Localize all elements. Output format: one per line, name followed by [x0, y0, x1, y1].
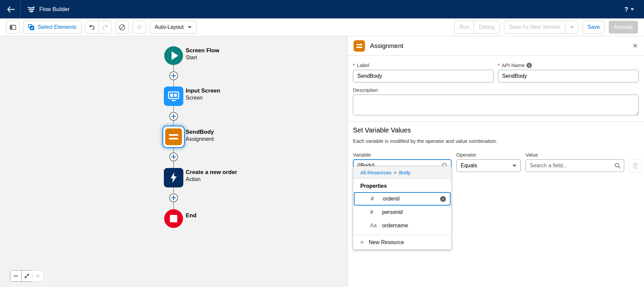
back-arrow-icon [7, 6, 15, 12]
section-heading: Set Variable Values [353, 126, 639, 134]
node-start-label: Screen Flow Start [186, 47, 219, 61]
info-icon[interactable] [526, 63, 532, 68]
gear-icon [136, 24, 143, 31]
search-icon [614, 163, 620, 169]
chevron-down-icon [570, 26, 574, 28]
node-create-order[interactable] [164, 168, 183, 187]
list-item-orderid[interactable]: # orderid [354, 192, 451, 206]
panel-header: Assignment ✕ [348, 36, 644, 56]
navbar-divider [20, 0, 20, 18]
list-item-personid[interactable]: # personid [353, 206, 451, 219]
add-element-button[interactable] [169, 193, 178, 202]
list-item-label: ordername [382, 223, 408, 229]
toggle-toolbox-button[interactable] [6, 21, 19, 34]
node-end-label: End [186, 212, 196, 219]
plus-icon [171, 155, 176, 159]
zoom-controls [10, 270, 44, 282]
flow-builder-logo-icon [27, 5, 35, 13]
assignment-icon [354, 40, 365, 52]
disable-element-button[interactable] [116, 21, 129, 34]
number-type-icon: # [371, 195, 374, 202]
add-element-button[interactable] [169, 153, 178, 161]
plus-icon [171, 114, 176, 119]
flow-canvas[interactable]: Screen Flow Start Input Screen Screen [0, 36, 347, 287]
back-button[interactable] [4, 0, 17, 18]
label-field[interactable] [353, 70, 494, 82]
value-field-label: Value [525, 152, 624, 158]
plus-icon [171, 73, 176, 78]
section-help-text: Each variable is modified by the operato… [353, 138, 639, 144]
add-element-button[interactable] [169, 71, 178, 80]
breadcrumb-body[interactable]: Body [399, 170, 410, 175]
operator-field-label: Operator [456, 152, 521, 158]
chevron-down-icon [512, 165, 516, 167]
assignment-panel: Assignment ✕ *Label *API Name [347, 36, 644, 287]
dropdown-section-title: Properties [353, 179, 451, 192]
node-end[interactable] [164, 209, 183, 228]
stop-icon [170, 215, 177, 222]
node-sendbody-selected[interactable] [163, 126, 185, 148]
node-create-order-label: Create a new order Action [186, 169, 237, 183]
layout-select-label: Auto-Layout [155, 24, 184, 30]
screen-icon [168, 91, 180, 102]
select-elements-button[interactable]: Select Elements [23, 21, 82, 34]
info-icon[interactable] [440, 196, 446, 202]
save-as-new-version-button[interactable]: Save As New Version [504, 21, 565, 34]
section-divider [348, 121, 644, 122]
chevron-down-icon [188, 26, 192, 28]
operator-select[interactable]: Equals [456, 159, 521, 172]
redo-icon [102, 24, 108, 30]
node-sendbody-label: SendBody Assignment [186, 128, 214, 142]
list-item-ordername[interactable]: Aa ordername [353, 219, 451, 232]
value-search-input[interactable] [525, 159, 624, 172]
delete-row-button[interactable] [629, 159, 642, 172]
node-start[interactable] [164, 46, 183, 65]
layout-select[interactable]: Auto-Layout [150, 21, 197, 34]
operator-value: Equals [461, 163, 477, 169]
description-field-label: Description [353, 87, 639, 93]
node-input-screen-label: Input Screen Screen [186, 87, 220, 101]
undo-icon [89, 24, 95, 30]
fit-to-view-button[interactable] [21, 270, 33, 282]
top-navbar: Flow Builder ? [0, 0, 644, 18]
assignment-icon [165, 128, 182, 145]
save-as-menu-button[interactable] [565, 21, 579, 34]
zoom-in-button[interactable] [32, 270, 44, 282]
new-resource-button[interactable]: New Resource [353, 235, 451, 249]
undo-button[interactable] [85, 21, 99, 34]
plus-icon [36, 274, 40, 278]
description-field[interactable] [353, 95, 639, 115]
save-button[interactable]: Save [583, 21, 605, 34]
redo-button[interactable] [98, 21, 112, 34]
trash-icon [633, 163, 638, 169]
variable-field-label: Variable [353, 152, 452, 158]
help-menu[interactable]: ? [624, 6, 644, 13]
lightning-bolt-icon [169, 172, 179, 184]
debug-button[interactable]: Debug [474, 21, 500, 34]
number-type-icon: # [370, 209, 373, 216]
zoom-out-button[interactable] [10, 270, 21, 282]
select-elements-icon [28, 24, 35, 31]
activate-button[interactable]: Activate [609, 21, 638, 34]
list-item-label: orderid [383, 196, 400, 202]
panel-toggle-icon [10, 25, 16, 30]
settings-button[interactable] [133, 21, 146, 34]
plus-icon [360, 239, 364, 246]
add-element-button[interactable] [169, 112, 178, 121]
panel-title: Assignment [370, 42, 403, 50]
text-type-icon: Aa [370, 223, 377, 229]
close-icon[interactable]: ✕ [633, 43, 638, 49]
list-item-label: personid [382, 209, 403, 215]
run-button[interactable]: Run [454, 21, 474, 34]
breadcrumb: All Resources > Body [353, 166, 451, 179]
api-name-field-label: *API Name [498, 62, 639, 68]
play-icon [164, 46, 183, 65]
node-input-screen[interactable] [164, 87, 183, 106]
new-resource-label: New Resource [369, 239, 404, 245]
toolbar: Select Elements Auto-Layout Run Debug Sa… [0, 18, 644, 36]
api-name-field[interactable] [498, 70, 639, 82]
help-caret-icon [631, 8, 634, 10]
slash-circle-icon [119, 24, 125, 31]
breadcrumb-all-resources[interactable]: All Resources [360, 170, 392, 175]
help-icon: ? [624, 6, 628, 13]
